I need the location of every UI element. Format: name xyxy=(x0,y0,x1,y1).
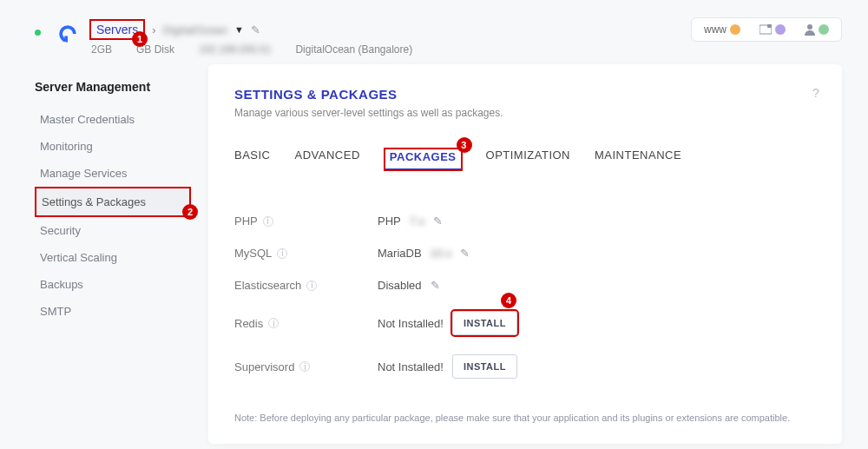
packages-list: PHPi PHP 7.x ✎ MySQLi MariaDB 10.x ✎ Ela… xyxy=(234,205,816,388)
package-label: MySQL xyxy=(234,247,272,260)
www-indicator[interactable]: www xyxy=(704,23,740,36)
sidebar-item-backups[interactable]: Backups xyxy=(35,271,191,298)
status-dot-icon xyxy=(819,24,829,35)
panel-subtitle: Manage various server-level settings as … xyxy=(234,107,816,119)
tab-maintenance[interactable]: MAINTENANCE xyxy=(595,149,681,170)
tab-label: PACKAGES xyxy=(390,150,457,163)
svg-rect-4 xyxy=(767,24,772,28)
sidebar-item-manage-services[interactable]: Manage Services xyxy=(35,160,191,187)
package-row-php: PHPi PHP 7.x ✎ xyxy=(234,205,816,237)
user-icon xyxy=(805,23,815,36)
pencil-icon[interactable]: ✎ xyxy=(460,247,470,260)
package-label: PHP xyxy=(234,215,258,228)
package-row-elasticsearch: Elasticsearchi Disabled ✎ xyxy=(234,269,816,301)
tab-advanced[interactable]: ADVANCED xyxy=(295,149,360,170)
help-icon[interactable]: ? xyxy=(812,85,819,100)
info-icon[interactable]: i xyxy=(263,216,273,227)
chevron-down-icon[interactable]: ▼ xyxy=(234,24,244,35)
annotation-1: 1 xyxy=(132,31,148,47)
package-row-mysql: MySQLi MariaDB 10.x ✎ xyxy=(234,237,816,269)
sidebar-item-settings-packages[interactable]: Settings & Packages 2 xyxy=(35,187,191,217)
svg-rect-2 xyxy=(61,37,62,39)
status-dot-icon xyxy=(730,24,740,35)
package-value: MariaDB xyxy=(378,247,422,260)
package-value: Not Installed! xyxy=(378,317,444,330)
blurred-version: 7.x xyxy=(410,215,424,228)
status-dot-icon xyxy=(35,30,41,36)
tab-packages[interactable]: PACKAGES 3 xyxy=(385,149,462,170)
pencil-icon[interactable]: ✎ xyxy=(433,215,443,228)
sidebar-item-security[interactable]: Security xyxy=(35,217,191,244)
info-icon[interactable]: i xyxy=(268,318,279,328)
sidebar-item-master-credentials[interactable]: Master Credentials xyxy=(35,106,191,133)
card-icon xyxy=(760,24,772,35)
sidebar: Server Management Master Credentials Mon… xyxy=(35,64,191,444)
server-ip: 192.168.000.01 xyxy=(199,43,271,56)
package-row-redis: Redisi Not Installed! INSTALL 4 xyxy=(234,301,816,345)
annotation-4: 4 xyxy=(501,293,516,308)
info-icon[interactable]: i xyxy=(306,281,317,291)
server-provider: DigitalOcean (Bangalore) xyxy=(295,43,412,56)
pencil-icon[interactable]: ✎ xyxy=(431,279,440,292)
sidebar-item-label: Settings & Packages xyxy=(42,195,146,208)
server-name: DigitalOcean xyxy=(163,23,227,36)
sidebar-item-vertical-scaling[interactable]: Vertical Scaling xyxy=(35,244,191,271)
top-bar: Servers › DigitalOcean ▼ ✎ 2GB GB Disk 1… xyxy=(0,0,868,64)
package-row-supervisord: Supervisordi Not Installed! INSTALL xyxy=(234,345,816,388)
user-indicator[interactable] xyxy=(805,23,829,36)
server-ram: 2GB xyxy=(91,43,112,56)
svg-rect-0 xyxy=(64,36,68,39)
package-label: Redis xyxy=(234,317,263,330)
panel-title: SETTINGS & PACKAGES xyxy=(234,87,816,102)
tab-basic[interactable]: BASIC xyxy=(234,149,271,170)
sidebar-title: Server Management xyxy=(35,80,191,94)
pencil-icon[interactable]: ✎ xyxy=(251,23,260,36)
blurred-version: 10.x xyxy=(431,247,452,260)
digitalocean-logo-icon xyxy=(58,24,77,43)
www-label: www xyxy=(704,23,727,36)
annotation-2: 2 xyxy=(182,204,198,220)
sidebar-item-smtp[interactable]: SMTP xyxy=(35,298,191,325)
info-icon[interactable]: i xyxy=(277,248,287,259)
install-redis-button[interactable]: INSTALL xyxy=(452,311,517,335)
status-dot-icon xyxy=(775,24,786,35)
package-label: Elasticsearch xyxy=(234,279,301,292)
package-value: Not Installed! xyxy=(378,360,444,373)
svg-rect-1 xyxy=(62,39,64,41)
info-icon[interactable]: i xyxy=(299,361,310,372)
footer-note: Note: Before deploying any particular pa… xyxy=(234,413,816,423)
annotation-3: 3 xyxy=(457,137,472,153)
main-panel: SETTINGS & PACKAGES Manage various serve… xyxy=(208,64,842,444)
package-label: Supervisord xyxy=(234,360,294,373)
app-indicator[interactable] xyxy=(760,24,786,35)
sidebar-item-monitoring[interactable]: Monitoring xyxy=(35,133,191,160)
top-right-panel: www xyxy=(691,17,842,42)
svg-point-5 xyxy=(807,24,812,30)
tabs: BASIC ADVANCED PACKAGES 3 OPTIMIZATION M… xyxy=(234,149,816,170)
tab-optimization[interactable]: OPTIMIZATION xyxy=(486,149,570,170)
package-value: PHP xyxy=(378,215,401,228)
install-supervisord-button[interactable]: INSTALL xyxy=(452,354,517,379)
package-value: Disabled xyxy=(378,279,422,292)
